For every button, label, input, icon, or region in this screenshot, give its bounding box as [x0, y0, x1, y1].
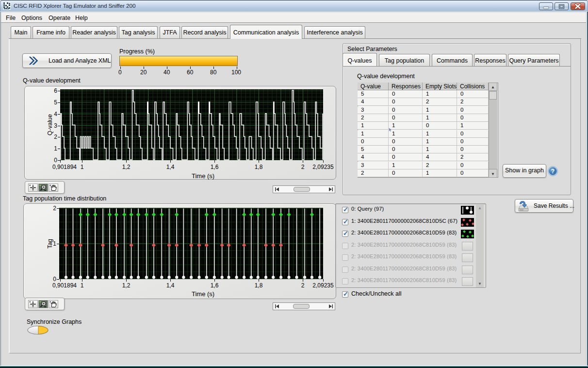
- svg-text:?: ?: [551, 168, 555, 175]
